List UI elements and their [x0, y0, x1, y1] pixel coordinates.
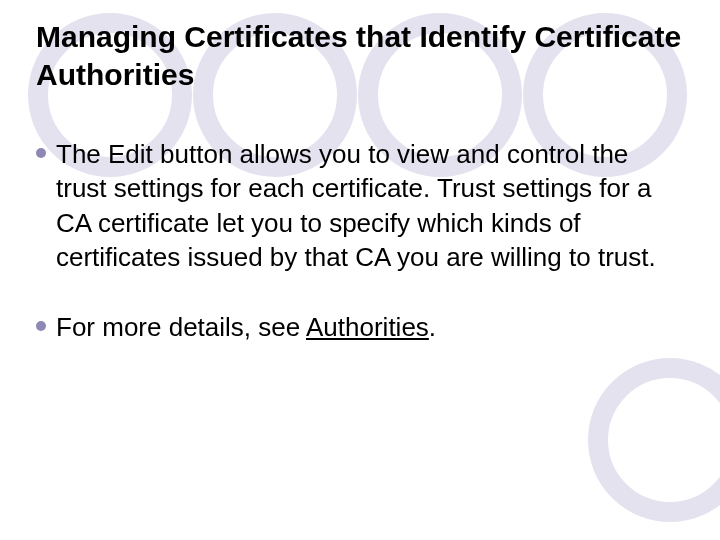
bullet-icon	[36, 148, 46, 158]
list-item: For more details, see Authorities.	[36, 310, 684, 344]
slide-content: Managing Certificates that Identify Cert…	[0, 0, 720, 345]
svg-point-4	[598, 368, 720, 512]
authorities-link[interactable]: Authorities	[306, 312, 429, 342]
bullet-trail: .	[429, 312, 436, 342]
bullet-icon	[36, 321, 46, 331]
bullet-text-2: For more details, see Authorities.	[56, 310, 436, 344]
list-item: The Edit button allows you to view and c…	[36, 137, 684, 274]
slide-title: Managing Certificates that Identify Cert…	[36, 18, 684, 93]
bullet-lead: For more details, see	[56, 312, 306, 342]
bullet-text-1: The Edit button allows you to view and c…	[56, 137, 684, 274]
